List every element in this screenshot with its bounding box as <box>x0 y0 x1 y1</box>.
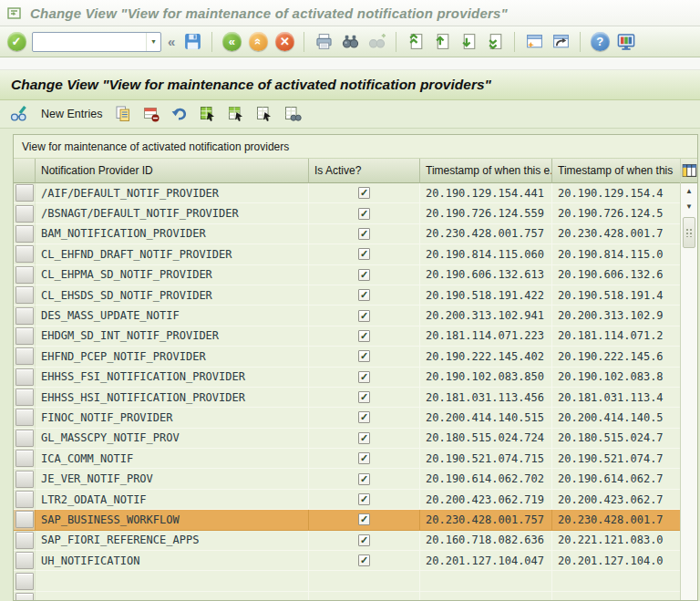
provider-id-cell[interactable]: LTR2_ODATA_NOTIF <box>36 490 309 510</box>
column-header-provider-id[interactable]: Notification Provider ID <box>36 159 309 183</box>
command-input[interactable] <box>33 34 146 50</box>
active-checkbox[interactable]: ✓ <box>358 391 370 403</box>
column-header-timestamp-1[interactable]: Timestamp of when this e... <box>420 159 552 183</box>
row-select-button[interactable] <box>15 491 34 508</box>
provider-id-cell[interactable]: EHHSS_FSI_NOTIFICATION_PROVIDER <box>36 368 309 388</box>
row-select-button[interactable] <box>15 593 34 600</box>
active-checkbox[interactable]: ✓ <box>358 187 370 199</box>
active-checkbox[interactable]: ✓ <box>358 473 370 485</box>
copy-as-button[interactable] <box>112 103 134 125</box>
column-header-timestamp-2[interactable]: Timestamp of when this <box>552 159 680 183</box>
select-block-button[interactable] <box>225 103 247 125</box>
provider-id-cell[interactable]: SAP_BUSINESS_WORKFLOW <box>36 510 309 530</box>
row-select-button[interactable] <box>15 573 34 590</box>
provider-id-cell[interactable]: EHHSS_HSI_NOTIFICATION_PROVIDER <box>36 388 309 408</box>
print-button[interactable] <box>313 31 335 53</box>
table-settings-button[interactable] <box>681 159 697 183</box>
active-checkbox[interactable]: ✓ <box>358 350 370 362</box>
provider-id-cell[interactable]: UH_NOTIFICATION <box>36 551 309 571</box>
last-page-button[interactable] <box>484 31 506 53</box>
row-select-button[interactable] <box>15 184 34 202</box>
provider-id-cell[interactable]: /BSNAGT/DEFAULT_NOTIF_PROVIDER <box>36 203 309 223</box>
scrollbar-track[interactable] <box>681 248 697 600</box>
page-down-button[interactable] <box>458 31 479 53</box>
row-select-button[interactable] <box>15 532 34 549</box>
row-select-button[interactable] <box>15 205 34 223</box>
undo-button[interactable] <box>169 103 190 125</box>
row-select-button[interactable] <box>15 368 34 386</box>
provider-id-cell[interactable]: CL_EHFND_DRAFT_NOTIF_PROVIDER <box>36 244 309 264</box>
first-page-button[interactable] <box>405 31 427 53</box>
help-button[interactable]: ? <box>589 31 611 53</box>
row-select-button[interactable] <box>15 307 34 325</box>
row-select-button[interactable] <box>15 552 34 569</box>
active-checkbox[interactable]: ✓ <box>358 269 370 281</box>
active-checkbox[interactable]: ✓ <box>358 411 370 423</box>
row-select-button[interactable] <box>15 245 34 263</box>
row-select-button[interactable] <box>15 471 34 488</box>
row-select-button[interactable] <box>15 327 34 345</box>
active-checkbox[interactable]: ✓ <box>358 493 370 505</box>
page-up-button[interactable] <box>431 31 453 53</box>
row-select-button[interactable] <box>15 450 34 467</box>
exit-button[interactable]: « <box>247 31 269 53</box>
command-field[interactable]: ▼ <box>32 32 161 52</box>
delete-row-button[interactable] <box>140 103 162 125</box>
provider-id-cell[interactable] <box>36 592 309 600</box>
column-header-is-active[interactable]: Is Active? <box>309 159 420 183</box>
deselect-all-button[interactable] <box>253 103 275 125</box>
provider-id-cell[interactable]: CL_EHSDS_SD_NOTIF_PROVIDER <box>36 285 309 306</box>
find-button[interactable] <box>339 31 361 53</box>
active-checkbox[interactable]: ✓ <box>358 554 370 566</box>
provider-id-cell[interactable]: BAM_NOTIFICATION_PROVIDER <box>36 224 309 244</box>
row-select-button[interactable] <box>15 409 34 426</box>
vertical-scrollbar[interactable]: ▲ ▼ <box>680 159 697 600</box>
active-checkbox[interactable]: ✓ <box>358 289 370 301</box>
back-button[interactable]: « <box>221 31 242 53</box>
row-select-button[interactable] <box>15 266 34 284</box>
active-checkbox[interactable]: ✓ <box>358 513 370 525</box>
provider-id-cell[interactable]: CL_EHPMA_SD_NOTIF_PROVIDER <box>36 265 309 285</box>
active-checkbox[interactable]: ✓ <box>358 208 370 220</box>
provider-id-cell[interactable]: FINOC_NOTIF_PROVIDER <box>36 408 309 428</box>
row-select-button[interactable] <box>15 389 34 406</box>
provider-id-cell[interactable]: EHFND_PCEP_NOTIF_PROVIDER <box>36 347 309 367</box>
row-select-button[interactable] <box>15 225 34 243</box>
position-button[interactable] <box>282 103 304 125</box>
row-select-button[interactable] <box>15 430 34 447</box>
provider-id-cell[interactable]: /AIF/DEFAULT_NOTIF_PROVIDER <box>36 183 309 203</box>
provider-id-cell[interactable]: EHDGM_SD_INT_NOTIF_PROVIDER <box>36 326 309 347</box>
provider-id-cell[interactable] <box>36 571 309 591</box>
cancel-button[interactable]: ✕ <box>273 31 295 53</box>
collapse-toolbar-button[interactable]: « <box>166 34 177 49</box>
active-checkbox[interactable]: ✓ <box>358 534 370 546</box>
customize-layout-button[interactable] <box>615 31 637 53</box>
new-entries-button[interactable]: New Entries <box>37 103 106 125</box>
provider-id-cell[interactable]: JE_VER_NOTIF_PROV <box>36 469 309 489</box>
new-session-button[interactable] <box>523 31 545 53</box>
create-shortcut-button[interactable] <box>550 31 571 53</box>
active-checkbox[interactable]: ✓ <box>358 310 370 322</box>
active-checkbox[interactable]: ✓ <box>358 228 370 240</box>
provider-id-cell[interactable]: GL_MASSCPY_NOTIF_PROV <box>36 429 309 449</box>
select-all-header-cell[interactable] <box>14 159 36 183</box>
provider-id-cell[interactable]: ICA_COMM_NOTIF <box>36 449 309 469</box>
command-dropdown-icon[interactable]: ▼ <box>146 33 160 51</box>
scroll-up-button[interactable]: ▲ <box>681 183 697 199</box>
display-change-button[interactable] <box>7 103 31 125</box>
row-select-button[interactable] <box>15 286 34 304</box>
row-select-button[interactable] <box>15 347 34 365</box>
active-checkbox[interactable]: ✓ <box>358 371 370 383</box>
select-all-button[interactable] <box>197 103 219 125</box>
enter-button[interactable]: ✓ <box>5 31 27 53</box>
scroll-down-button[interactable]: ▼ <box>681 199 697 214</box>
active-checkbox[interactable]: ✓ <box>358 432 370 444</box>
active-checkbox[interactable]: ✓ <box>358 452 370 464</box>
scrollbar-thumb[interactable] <box>683 217 695 248</box>
provider-id-cell[interactable]: DES_MASS_UPDATE_NOTIF <box>36 306 309 326</box>
row-select-button[interactable] <box>15 511 34 528</box>
provider-id-cell[interactable]: SAP_FIORI_REFERENCE_APPS <box>36 531 309 551</box>
find-next-button[interactable] <box>365 31 387 53</box>
active-checkbox[interactable]: ✓ <box>358 330 370 342</box>
active-checkbox[interactable]: ✓ <box>358 248 370 260</box>
